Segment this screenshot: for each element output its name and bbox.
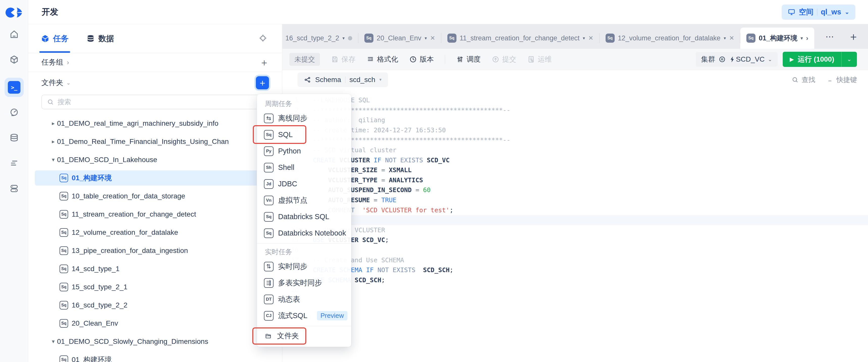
save-button[interactable]: 保存 xyxy=(331,55,355,64)
menu-item-databricks-notebook-task[interactable]: SqDatabricks Notebook xyxy=(257,225,351,241)
version-button[interactable]: 版本 xyxy=(409,55,434,64)
menu-item-multi-table-realtime-sync[interactable]: ⇶多表实时同步 xyxy=(257,275,351,291)
data-assets-icon[interactable] xyxy=(4,128,24,147)
chevron-right-icon[interactable]: › xyxy=(806,34,808,42)
search-box[interactable] xyxy=(41,95,269,109)
close-icon[interactable]: ✕ xyxy=(729,35,734,42)
run-button[interactable]: ▶运行 (1000) xyxy=(783,52,841,67)
caret-down-icon[interactable]: ▾ xyxy=(50,156,57,163)
tree-task-item[interactable]: Sq13_pipe_creation_for_data_ingestion xyxy=(28,242,282,260)
menu-item-offline-sync[interactable]: ⇆离线同步 xyxy=(257,110,351,126)
projects-cube-icon xyxy=(9,55,19,64)
menu-item-streaming-sql[interactable]: CJ流式SQLPreview xyxy=(257,307,351,324)
editor-tab[interactable]: Sq20_Clean_Env▾✕ xyxy=(358,28,441,49)
folder-section-row[interactable]: 文件夹 ⌄ ＋ xyxy=(28,72,282,94)
menu-divider xyxy=(257,326,351,326)
task-list-icon[interactable] xyxy=(4,153,24,173)
tree-task-item[interactable]: Sq14_scd_type_1 xyxy=(28,260,282,278)
tree-task-item[interactable]: Sq10_table_creation_for_data_storage xyxy=(28,187,282,205)
tree-group[interactable]: ▸01_Demo_Real_Time_Financial_Insights_Us… xyxy=(28,132,282,151)
dev-terminal-icon[interactable]: >_ xyxy=(4,78,24,97)
tree-task-item[interactable]: Sq11_stream_creation_for_change_detect xyxy=(28,205,282,223)
menu-item-new-folder[interactable]: 文件夹 xyxy=(257,328,351,344)
tree-task-item[interactable]: Sq16_scd_type_2_2 xyxy=(28,296,282,314)
workspace-switcher[interactable]: 空间 ql_ws ⌄ xyxy=(782,4,856,20)
editor-tab[interactable]: Sq01_构建环境▾› xyxy=(740,28,814,49)
menu-item-virtual-node-task[interactable]: Vn虚拟节点 xyxy=(257,192,351,209)
close-icon[interactable]: ✕ xyxy=(430,35,435,42)
find-button[interactable]: 查找 xyxy=(792,75,815,84)
editor-tab[interactable]: 16_scd_type_2_2▾ xyxy=(282,28,358,49)
tree-row-inner: ▾01_DEMO_SCD_Slowly_Changing_Dimensions xyxy=(35,334,276,349)
menu-item-shell-task[interactable]: ShShell xyxy=(257,159,351,176)
menu-item-label: 流式SQL xyxy=(278,311,307,321)
tree-row-inner: Sq14_scd_type_1 xyxy=(35,261,276,276)
panel-tab-data[interactable]: 数据 xyxy=(86,24,114,53)
code-pane[interactable]: --LAKEHOUSE SQL--***********************… xyxy=(302,95,868,362)
caret-right-icon[interactable]: ▸ xyxy=(50,138,57,145)
tree-task-label: 11_stream_creation_for_change_detect xyxy=(72,210,196,218)
locate-current-file-icon[interactable] xyxy=(259,34,267,43)
add-task-button[interactable]: ＋ xyxy=(256,76,269,89)
menu-item-sql-task[interactable]: SqSQL xyxy=(257,126,351,143)
dynamic-table-icon: DT xyxy=(264,295,274,304)
tree-row-inner: ▸01_DEMO_real_time_agri_machinery_subsid… xyxy=(35,116,276,131)
tab-caret-down-icon[interactable]: ▾ xyxy=(801,36,803,41)
ops-button[interactable]: 运维 xyxy=(527,55,552,64)
menu-item-jdbc-task[interactable]: JdJDBC xyxy=(257,176,351,192)
caret-right-icon[interactable]: ▸ xyxy=(50,120,57,127)
tree-task-item[interactable]: Sq01_构建环境 xyxy=(28,169,282,187)
code-editor[interactable]: 123456789101112131415161718192021 --LAKE… xyxy=(282,89,868,362)
menu-item-dynamic-table[interactable]: DT动态表 xyxy=(257,291,351,307)
add-task-group-button[interactable]: ＋ xyxy=(259,56,269,69)
panel-tab-tasks[interactable]: 任务 xyxy=(41,24,69,53)
submit-button[interactable]: 提交 xyxy=(492,55,516,64)
menu-divider xyxy=(257,243,351,244)
ops-monitor-icon[interactable] xyxy=(4,103,24,122)
caret-down-icon[interactable]: ▾ xyxy=(50,338,57,345)
cluster-selector[interactable]: 集群SCD_VC⌄ xyxy=(696,52,778,67)
menu-item-label: 多表实时同步 xyxy=(278,278,322,288)
projects-cube-icon[interactable] xyxy=(4,50,24,69)
tree-task-item[interactable]: Sq01_构建环境 xyxy=(28,351,282,362)
tree-group[interactable]: ▾01_DEMO_SCD_Slowly_Changing_Dimensions xyxy=(28,332,282,351)
tab-caret-down-icon[interactable]: ▾ xyxy=(724,36,726,41)
app-logo-icon[interactable] xyxy=(5,7,23,19)
tree-group[interactable]: ▾01_DEMO_SCD_In_Lakehouse xyxy=(28,151,282,169)
tree-task-item[interactable]: Sq15_scd_type_2_1 xyxy=(28,278,282,296)
run-options-button[interactable]: ⌄ xyxy=(841,52,857,67)
more-tabs-icon[interactable]: ⋯ xyxy=(825,32,834,42)
chevron-down-icon: ⌄ xyxy=(768,57,772,62)
search-input[interactable] xyxy=(58,98,264,106)
tree-group[interactable]: ▸01_DEMO_real_time_agri_machinery_subsid… xyxy=(28,114,282,132)
tab-caret-down-icon[interactable]: ▾ xyxy=(583,36,585,41)
clusters-icon[interactable] xyxy=(4,179,24,198)
menu-item-label: Databricks SQL xyxy=(278,213,329,221)
format-button[interactable]: 格式化 xyxy=(367,55,398,64)
sql-task-icon: Sq xyxy=(447,34,457,43)
close-icon[interactable]: ✕ xyxy=(588,35,593,42)
tree-task-label: 10_table_creation_for_data_storage xyxy=(72,192,185,200)
tab-caret-down-icon[interactable]: ▾ xyxy=(425,36,427,41)
editor-tab[interactable]: Sq11_stream_creation_for_change_detect▾✕ xyxy=(441,28,599,49)
menu-item-databricks-sql-task[interactable]: SqDatabricks SQL xyxy=(257,209,351,225)
menu-item-realtime-sync[interactable]: ⇅实时同步 xyxy=(257,258,351,275)
tree-task-item[interactable]: Sq12_volume_creation_for_datalake xyxy=(28,223,282,242)
tab-caret-down-icon[interactable]: ▾ xyxy=(342,36,345,41)
tree-row-inner: Sq01_构建环境 xyxy=(35,352,276,362)
menu-item-python-task[interactable]: PyPython xyxy=(257,143,351,159)
code-line xyxy=(313,245,868,255)
shortcuts-button[interactable]: 快捷键 xyxy=(826,75,857,84)
schedule-button[interactable]: 调度 xyxy=(456,55,481,64)
home-icon[interactable] xyxy=(4,25,24,44)
new-tab-button[interactable]: ＋ xyxy=(848,30,859,44)
toolbar-button-label: 格式化 xyxy=(377,55,398,64)
panel-tab-label: 数据 xyxy=(98,33,114,44)
tree-task-item[interactable]: Sq20_Clean_Env xyxy=(28,314,282,332)
schema-selector[interactable]: Schema scd_sch ▾ xyxy=(298,72,388,87)
tree-task-label: 12_volume_creation_for_datalake xyxy=(72,229,178,237)
new-task-menu: 周期任务⇆离线同步SqSQLPyPythonShShellJdJDBCVn虚拟节… xyxy=(257,94,351,347)
task-group-row[interactable]: 任务组 › ＋ xyxy=(28,53,282,72)
editor-tab[interactable]: Sq12_volume_creation_for_datalake▾✕ xyxy=(599,28,740,49)
unsaved-dot-icon[interactable] xyxy=(348,36,352,40)
